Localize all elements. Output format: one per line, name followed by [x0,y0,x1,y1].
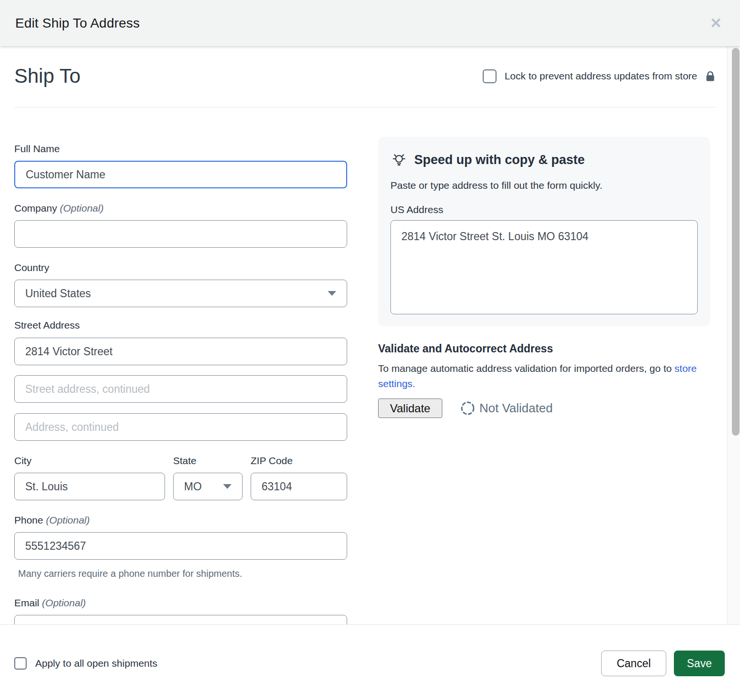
lock-checkbox-label: Lock to prevent address updates from sto… [505,70,697,82]
phone-input[interactable] [14,532,347,560]
validate-row: Validate Not Validated [378,399,710,418]
phone-helper-text: Many carriers require a phone number for… [14,568,347,579]
zip-code-input[interactable] [251,473,347,500]
address-form: Full Name Company (Optional) Country Uni… [14,137,347,624]
phone-label: Phone (Optional) [14,514,347,526]
street-address-line1-input[interactable] [14,338,347,365]
modal-footer: Apply to all open shipments Cancel Save [0,624,740,700]
city-label: City [14,455,165,467]
page-title: Ship To [14,64,80,88]
validate-description-text: To manage automatic address validation f… [378,363,674,374]
city-input[interactable] [14,473,165,500]
scrollbar-track [727,46,740,624]
lock-icon [705,70,715,82]
street-address-line2-input[interactable] [14,375,347,403]
footer-buttons: Cancel Save [601,651,725,676]
email-label: Email (Optional) [14,597,347,609]
apply-all-shipments-option[interactable]: Apply to all open shipments [14,651,157,676]
company-input[interactable] [14,220,347,248]
edit-ship-to-address-modal: Edit Ship To Address ✕ Ship To Lock to p… [0,0,740,700]
scrollbar-thumb[interactable] [732,48,740,436]
apply-all-label: Apply to all open shipments [35,658,157,669]
section-divider [14,107,715,107]
street-address-line3-input[interactable] [14,413,347,441]
us-address-label: US Address [390,204,698,215]
lock-checkbox[interactable] [483,69,497,83]
ship-to-header-row: Ship To Lock to prevent address updates … [0,46,740,88]
apply-all-checkbox[interactable] [14,657,27,670]
street-address-label: Street Address [14,319,347,331]
us-address-textarea[interactable]: 2814 Victor Street St. Louis MO 63104 [390,220,698,314]
country-select-value: United States [25,287,91,300]
tip-heading-row: Speed up with copy & paste [390,151,698,168]
full-name-label: Full Name [14,143,347,155]
company-optional-tag: (Optional) [60,203,104,214]
modal-header: Edit Ship To Address ✕ [0,0,740,46]
company-label: Company (Optional) [14,202,347,214]
lightbulb-icon [390,151,408,168]
country-label: Country [14,262,347,274]
validation-status-text: Not Validated [479,401,553,416]
lock-address-option[interactable]: Lock to prevent address updates from sto… [483,69,715,83]
zip-code-label: ZIP Code [251,455,347,467]
not-validated-icon [460,400,476,416]
modal-body: Ship To Lock to prevent address updates … [0,46,740,624]
phone-optional-tag: (Optional) [46,515,90,525]
tip-title: Speed up with copy & paste [414,152,585,168]
state-label: State [173,455,243,467]
state-select[interactable]: MO [173,473,243,500]
tip-description: Paste or type address to fill out the fo… [390,179,698,192]
city-state-zip-labels: City State ZIP Code [14,441,347,467]
right-column: Speed up with copy & paste Paste or type… [378,137,710,624]
save-button[interactable]: Save [674,651,725,676]
state-select-value: MO [184,480,202,493]
chevron-down-icon [223,484,232,489]
close-icon[interactable]: ✕ [708,14,724,32]
full-name-input[interactable] [14,161,347,188]
chevron-down-icon [328,291,336,296]
modal-title: Edit Ship To Address [15,16,140,31]
cancel-button[interactable]: Cancel [601,651,666,676]
validate-button[interactable]: Validate [378,399,442,418]
city-state-zip-inputs: MO [14,467,347,500]
email-input[interactable] [14,615,347,624]
copy-paste-tip-panel: Speed up with copy & paste Paste or type… [378,137,710,326]
country-select[interactable]: United States [14,280,347,307]
validate-description: To manage automatic address validation f… [378,361,711,391]
email-optional-tag: (Optional) [42,597,86,608]
validate-section-heading: Validate and Autocorrect Address [378,342,710,355]
form-columns: Full Name Company (Optional) Country Uni… [14,137,740,624]
